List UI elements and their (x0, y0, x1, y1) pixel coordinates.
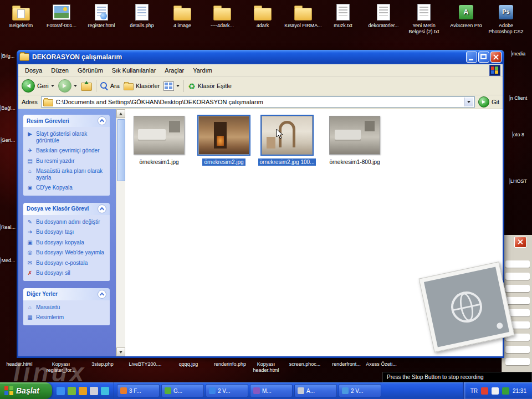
desktop-icon-label[interactable]: Axess Özeti... (359, 361, 403, 367)
address-dropdown-button[interactable] (464, 98, 473, 106)
maximize-button[interactable] (478, 52, 489, 63)
app-shortcut-icon[interactable] (90, 387, 98, 395)
desktop-icon[interactable]: Geri... (0, 137, 16, 143)
desktop-icon[interactable]: Med... (0, 258, 16, 263)
section-header[interactable]: Diğer Yerler (23, 288, 110, 300)
file-name[interactable]: örnekresim2.jpg (202, 158, 245, 166)
desktop-icon[interactable]: n Client (505, 95, 531, 101)
task-link[interactable]: ▣Bu dosyayı kopyala (27, 239, 107, 246)
close-button[interactable] (490, 52, 502, 63)
image-thumbnail[interactable] (329, 116, 380, 155)
address-input[interactable]: C:\Documents and Settings\GÖKHAN\Desktop… (41, 96, 475, 108)
task-link[interactable]: ✗Bu dosyayı sil (27, 270, 107, 277)
section-header[interactable]: Resim Görevleri (23, 115, 110, 127)
go-button[interactable]: Git (478, 96, 499, 108)
desktop-icon[interactable]: Bağl... (0, 105, 16, 111)
up-button[interactable] (81, 81, 92, 91)
folder-sync-button[interactable]: Klasör Eşitle (188, 82, 232, 90)
recorder-list-item[interactable] (505, 297, 530, 304)
taskbar-button[interactable]: 3 F... (117, 384, 160, 397)
taskbar-button[interactable]: 2 V... (339, 384, 381, 397)
forward-button[interactable] (58, 79, 77, 93)
task-link[interactable]: ▤Bu resmi yazdır (27, 158, 107, 165)
taskbar-button[interactable]: A... (294, 384, 337, 397)
desktop-icon-label[interactable]: LiveBTY200.... (123, 361, 167, 367)
image-thumbnail[interactable] (134, 116, 185, 155)
desktop-icon[interactable]: 4 image (163, 3, 201, 29)
desktop-icon[interactable]: media (505, 51, 531, 57)
menu-dosya[interactable]: Dosya (21, 66, 47, 75)
scroll-down-button[interactable] (116, 347, 125, 356)
desktop-icon[interactable]: oto 8 (505, 132, 531, 137)
image-thumbnail[interactable] (198, 116, 249, 155)
desktop-icon[interactable]: ----4dark... (203, 3, 241, 29)
desktop-icon[interactable]: details.php (123, 3, 161, 29)
menu-gorunum[interactable]: Görünüm (73, 66, 108, 75)
desktop-icon[interactable]: dekoratörler... (365, 3, 402, 29)
menu-sik-kullanilanlar[interactable]: Sık Kullanılanlar (108, 66, 161, 75)
task-link[interactable]: ✈Baskıları çevrimiçi gönder (27, 147, 107, 154)
desktop-icon[interactable]: Fotoraf-001... (43, 3, 80, 29)
chevron-up-icon[interactable] (98, 116, 106, 125)
start-button[interactable]: Başlat (0, 382, 52, 399)
clock[interactable]: 21:31 (513, 388, 526, 394)
file-item[interactable]: örnekresim1-800.jpg (324, 116, 385, 167)
chevron-up-icon[interactable] (98, 290, 106, 299)
desktop-icon[interactable]: Real... (0, 224, 16, 230)
recorder-list-item[interactable] (505, 358, 530, 365)
task-link[interactable]: ➔Bu dosyayı taşı (27, 229, 107, 236)
taskbar-button[interactable]: G... (161, 384, 204, 397)
desktop-icon[interactable]: Yeni Metin Belgesi (2).txt (405, 3, 443, 35)
desktop-icon[interactable]: Kısayol FIRMA... (284, 3, 322, 29)
desktop-icon-label[interactable]: Kopyası header.html (244, 361, 288, 374)
media-player-icon[interactable] (79, 387, 87, 395)
tray-antivirus-icon[interactable] (502, 387, 509, 395)
tray-record-icon[interactable] (481, 387, 488, 395)
task-link[interactable]: ▦Resimlerim (27, 314, 107, 321)
task-link[interactable]: ◉CD'ye Kopyala (27, 185, 107, 191)
recorder-list-item[interactable] (505, 273, 530, 280)
file-name[interactable]: örnekresim1-800.jpg (328, 158, 381, 166)
scroll-up-button[interactable] (116, 109, 125, 118)
desktop-icon[interactable]: Adobe Photoshop CS2 (487, 3, 525, 35)
tray-volume-icon[interactable] (492, 387, 499, 395)
chevron-up-icon[interactable] (98, 204, 106, 213)
file-item-selected[interactable]: örnekresim2.jpg (193, 116, 254, 167)
taskbar-button[interactable]: 2 V... (206, 384, 248, 397)
recorder-list-item[interactable] (505, 346, 530, 353)
file-item[interactable]: örnekresim1.jpg (129, 116, 190, 167)
menu-araclar[interactable]: Araçlar (160, 66, 188, 75)
search-button[interactable]: Ara (100, 82, 120, 90)
scrollbar-thumb[interactable] (117, 119, 125, 181)
window-titlebar[interactable]: DEKORASYON çalışmalarım (17, 50, 504, 64)
recorder-list-item[interactable] (505, 285, 530, 292)
taskbar-button[interactable]: M... (250, 384, 293, 397)
file-name[interactable]: örnekresim2.jpg 100... (258, 158, 316, 166)
recorder-close-button[interactable] (514, 237, 526, 248)
desktop-icon[interactable]: Belgelerim (2, 3, 40, 29)
desktop-icon-label[interactable]: qqqq.jpg (166, 361, 211, 367)
internet-explorer-icon[interactable] (57, 387, 65, 395)
image-thumbnail[interactable] (262, 116, 313, 155)
desktop-icon[interactable]: AviScreen Pro (447, 3, 485, 29)
task-link[interactable]: ⌂Masaüstü (27, 304, 107, 311)
desktop-icon[interactable]: Bilg... (0, 53, 16, 59)
section-header[interactable]: Dosya ve Klasör Görevl (23, 203, 110, 215)
language-indicator[interactable]: TR (470, 388, 478, 394)
menu-yardim[interactable]: Yardım (188, 66, 217, 75)
desktop-icon[interactable]: register.html (83, 3, 120, 29)
minimize-button[interactable] (466, 52, 477, 63)
recorder-list-item[interactable] (505, 260, 530, 268)
task-link[interactable]: ✎Bu dosyanın adını değiştir (27, 219, 107, 226)
file-name[interactable]: örnekresim1.jpg (137, 158, 180, 166)
desktop-icon[interactable]: LHOST (505, 178, 531, 184)
folders-button[interactable]: Klasörler (124, 81, 160, 90)
desktop-icon[interactable]: müzk.txt (324, 3, 362, 29)
show-desktop-icon[interactable] (68, 387, 76, 395)
desktop-icon[interactable]: 4dark (244, 3, 282, 29)
file-item-selected[interactable]: örnekresim2.jpg 100... (257, 116, 318, 167)
menu-duzen[interactable]: Düzen (47, 66, 73, 75)
messenger-icon[interactable] (101, 387, 109, 395)
task-link[interactable]: ▶Slayt gösterisi olarak görüntüle (27, 131, 107, 144)
task-pane-scrollbar[interactable] (116, 109, 125, 356)
